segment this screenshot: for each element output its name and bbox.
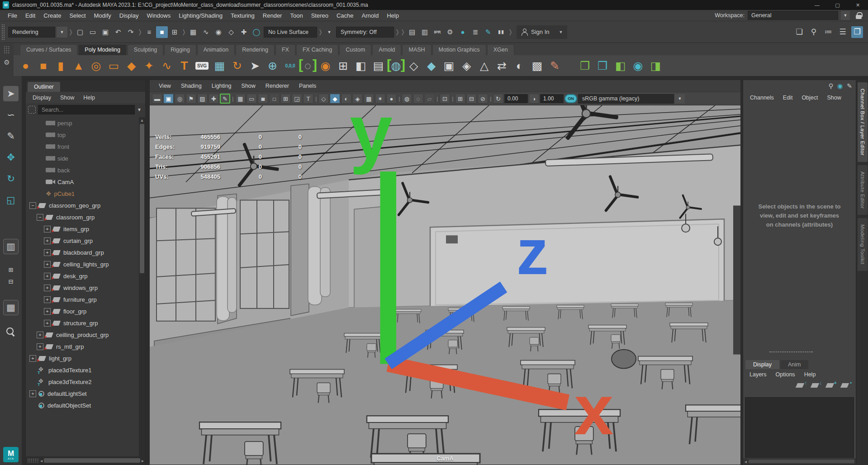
textured-icon[interactable]: ▩ [364,94,374,104]
expand-icon[interactable]: − [29,202,36,209]
bridge-shelf-icon[interactable]: ▣ [441,57,457,75]
outliner-item-light-grp[interactable]: +light_grp [26,352,139,364]
channel-box-hscrollbar[interactable]: ◂ [743,458,856,465]
menu-lighting-shading[interactable]: Lighting/Shading [175,11,227,20]
circularize-shelf-icon[interactable]: ◌ [299,57,316,75]
smooth-shade-icon[interactable]: ◆ [330,94,340,104]
use-all-lights-icon[interactable]: ✶ [375,94,385,104]
render-setup-icon[interactable]: ≣ [470,26,481,38]
symmetrize-shelf-icon[interactable]: ◐ [511,57,528,75]
teal-ring-shelf-icon[interactable]: ◉ [630,57,646,75]
pan-zoom-icon[interactable]: ✚ [209,94,219,104]
select-hierarchy-icon[interactable]: ≡ [143,26,155,38]
exposure-icon[interactable]: ↻ [493,94,503,104]
grid-fill-shelf-icon[interactable]: ◉ [317,57,334,75]
outliner-hscrollbar[interactable]: ◂ ▸ [26,456,145,465]
outliner-filter-icon[interactable] [28,106,36,114]
sculpt-brush-shelf-icon[interactable]: ✎ [546,57,563,75]
statusline-separator[interactable]: ❭ [138,24,142,40]
bookmark-icon[interactable]: ⚑ [186,94,196,104]
make-live-icon[interactable]: ◯ [251,26,262,38]
sync-display-icon[interactable]: ◉ [837,82,843,90]
shelf-tab-motion-graphics[interactable]: Motion Graphics [432,44,486,55]
menu-toon[interactable]: Toon [286,11,307,20]
poly-plane-shelf-icon[interactable]: ▭ [105,57,122,75]
poly-torus-shelf-icon[interactable]: ◎ [88,57,104,75]
boolean-shelf-icon[interactable]: ◍ [388,57,404,75]
outliner-item-structure-grp[interactable]: +structure_grp [26,317,139,329]
svg-tool-shelf-icon[interactable]: SVG [194,57,210,75]
layer-editor-menu-options[interactable]: Options [772,370,799,379]
extrude-shelf-icon[interactable]: ◈ [458,57,475,75]
layer-stack-panel-icon[interactable]: ❐ [851,26,863,38]
viewport-menu-lighting[interactable]: Lighting [207,82,236,90]
hypershade-icon[interactable]: ● [457,26,469,38]
outliner-search-input[interactable]: Search... [38,105,135,114]
outliner-item-cama[interactable]: CamA [26,176,139,188]
workspace-select[interactable]: General [748,11,838,20]
snap-curve-icon[interactable]: ∿ [200,26,212,38]
statusline-separator[interactable]: ❭ [69,24,73,40]
sidebar-tab-channel-box-layer-editor[interactable]: Channel Box / Layer Editor [858,82,868,162]
expand-icon[interactable]: + [37,332,43,338]
snap-grid-icon[interactable]: ▦ [187,26,199,38]
field-chart-icon[interactable]: ⊞ [280,94,291,104]
menu-edit[interactable]: Edit [21,11,39,20]
outliner-item-top[interactable]: top [26,129,139,141]
shelf-gear-icon[interactable]: ⚙ [4,58,9,66]
character-controls-icon[interactable]: ⚲ [808,26,820,38]
expand-icon[interactable]: + [44,320,51,327]
3d-scene[interactable]: Verts:46555600Edges:91975900Faces:455291… [150,105,740,465]
minimize-button[interactable]: — [807,0,827,10]
workspace-lock-icon[interactable] [856,12,862,19]
layout-three-pane-icon[interactable]: ⊟ [4,276,18,286]
anti-alias-icon[interactable]: ▱ [424,94,435,104]
poly-curve-shelf-icon[interactable]: ∿ [158,57,175,75]
outliner-menu-show[interactable]: Show [56,94,78,102]
viewport-menu-shading[interactable]: Shading [176,82,206,90]
expand-icon[interactable]: + [29,355,36,362]
menu-stereo[interactable]: Stereo [307,11,332,20]
outliner-item-place3dtexture2[interactable]: place3dTexture2 [26,376,139,388]
scroll-thumb[interactable] [140,124,144,273]
undo-icon[interactable]: ↶ [112,26,124,38]
statusline-grip[interactable] [1,24,5,40]
snap-view-plane-icon[interactable]: ✚ [238,26,250,38]
scroll-up-icon[interactable]: ▲ [140,117,144,123]
contrast-icon[interactable]: ◑ [529,94,539,104]
pause-icon[interactable]: ▮▮ [495,26,507,38]
scroll-thumb[interactable] [44,458,140,463]
outliner-item-ceilling-product-grp[interactable]: +ceilling_product_grp [26,329,139,341]
outliner-item-windows-grp[interactable]: +windows_grp [26,282,139,294]
combine-shelf-icon[interactable]: ◧ [352,57,369,75]
outliner-item-rs-mtl-grp[interactable]: +rs_mtl_grp [26,341,139,352]
menu-render[interactable]: Render [259,11,286,20]
channel-box-panel-icon[interactable]: ≔ [822,26,834,38]
expand-icon[interactable]: + [44,296,51,303]
shelf-tab-curves-surfaces[interactable]: Curves / Surfaces [20,44,77,55]
outliner-item-floor-grp[interactable]: +floor_grp [26,305,139,317]
mirror-shelf-icon[interactable]: ⇄ [493,57,510,75]
scroll-right-icon[interactable]: ▸ [142,458,144,463]
camera-attributes-icon[interactable]: ◎ [175,94,185,104]
outliner-item-persp[interactable]: persp [26,117,139,129]
snap-projected-center-icon[interactable]: ◇ [225,26,237,38]
zoom-tool-icon[interactable] [6,327,15,337]
redo-icon[interactable]: ↷ [125,26,137,38]
maximize-button[interactable]: ▢ [827,0,848,10]
grid-toggle-icon[interactable]: ▦ [235,94,246,104]
move-tool-icon[interactable]: ✥ [3,150,19,165]
poly-disc-shelf-icon[interactable]: ◆ [123,57,140,75]
shelf-grip[interactable] [4,46,10,54]
menu-file[interactable]: File [4,11,21,20]
poly-super-shape-shelf-icon[interactable]: ✦ [141,57,157,75]
lattice-shelf-icon[interactable]: ▩ [529,57,545,75]
separate-shelf-icon[interactable]: ▤ [370,57,387,75]
outliner-item-place3dtexture1[interactable]: place3dTexture1 [26,364,139,376]
poly-cylinder-shelf-icon[interactable]: ▮ [52,57,69,75]
modeling-toolkit-panel-icon[interactable]: ❏ [793,26,805,38]
expand-icon[interactable]: + [44,285,51,291]
outliner-menu-help[interactable]: Help [79,94,99,102]
isolate-select-icon[interactable]: ⊡ [440,94,450,104]
shelf-tab-fx[interactable]: FX [275,44,295,55]
